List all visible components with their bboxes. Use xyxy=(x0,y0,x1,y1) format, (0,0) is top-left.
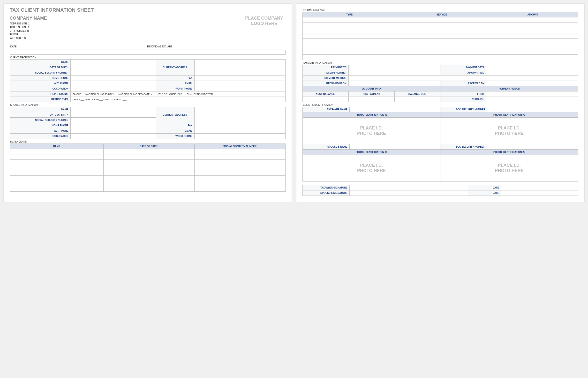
client-refund-options[interactable]: CHECK___ DEBIT CARD___ DIRECT DEPOSIT___ xyxy=(70,96,285,102)
income-cell[interactable] xyxy=(396,33,487,39)
income-cell[interactable] xyxy=(396,28,487,33)
taxpayer-ssn-input[interactable] xyxy=(487,107,578,112)
dep-cell[interactable] xyxy=(195,181,285,186)
spouse-alt-input[interactable] xyxy=(70,128,156,133)
spouse-sig-date-input[interactable] xyxy=(501,190,578,196)
dep-cell[interactable] xyxy=(104,170,195,176)
dep-cell[interactable] xyxy=(195,176,285,181)
income-cell[interactable] xyxy=(303,44,396,49)
dep-cell[interactable] xyxy=(195,165,285,170)
period-from-input[interactable] xyxy=(486,92,578,97)
taxpayer-photo1-placeholder[interactable]: PLACE I.D.PHOTO HERE xyxy=(303,118,441,144)
date-label: DATE xyxy=(10,45,144,48)
client-home-input[interactable] xyxy=(70,75,156,81)
income-cell[interactable] xyxy=(303,49,396,55)
income-cell[interactable] xyxy=(487,39,578,44)
income-cell[interactable] xyxy=(487,44,578,49)
dep-cell[interactable] xyxy=(104,149,195,154)
income-cell[interactable] xyxy=(396,39,487,44)
dep-cell[interactable] xyxy=(10,165,104,170)
dep-cell[interactable] xyxy=(10,186,104,191)
spouse-photo2-placeholder[interactable]: PLACE I.D.PHOTO HERE xyxy=(441,155,578,181)
this-payment-input[interactable] xyxy=(348,97,394,102)
income-cell[interactable] xyxy=(487,23,578,28)
client-occ-input[interactable] xyxy=(70,86,156,91)
dep-cell[interactable] xyxy=(10,176,104,181)
dep-cell[interactable] xyxy=(195,160,285,165)
client-work-input[interactable] xyxy=(195,86,285,91)
income-cell[interactable] xyxy=(487,17,578,23)
dep-cell[interactable] xyxy=(104,181,195,186)
client-alt-input[interactable] xyxy=(70,81,156,86)
income-cell[interactable] xyxy=(396,49,487,55)
balance-due-input[interactable] xyxy=(394,97,441,102)
dep-cell[interactable] xyxy=(10,160,104,165)
income-cell[interactable] xyxy=(396,44,487,49)
payment-method-input[interactable] xyxy=(348,76,578,81)
spouse-email-input[interactable] xyxy=(195,128,285,133)
taxpayer-photo2-placeholder[interactable]: PLACE I.D.PHOTO HERE xyxy=(441,118,578,144)
income-cell[interactable] xyxy=(487,55,578,60)
spouse-id-name-input[interactable] xyxy=(349,144,441,149)
company-web: WEB ADDRESS xyxy=(10,36,47,40)
receipt-input[interactable] xyxy=(348,70,441,76)
dep-cell[interactable] xyxy=(195,186,285,191)
income-cell[interactable] xyxy=(303,23,396,28)
spouse-photo1-placeholder[interactable]: PLACE I.D.PHOTO HERE xyxy=(303,155,441,181)
income-cell[interactable] xyxy=(487,33,578,39)
income-cell[interactable] xyxy=(396,23,487,28)
income-cell[interactable] xyxy=(487,28,578,33)
dep-cell[interactable] xyxy=(104,176,195,181)
spouse-id-ssn-input[interactable] xyxy=(487,144,578,149)
received-by-input[interactable] xyxy=(486,81,578,86)
client-ssn-input[interactable] xyxy=(70,70,156,75)
taxpayer-name-input[interactable] xyxy=(349,107,441,112)
dep-cell[interactable] xyxy=(10,149,104,154)
dep-cell[interactable] xyxy=(104,160,195,165)
income-cell[interactable] xyxy=(396,17,487,23)
income-cell[interactable] xyxy=(303,28,396,33)
client-fax-input[interactable] xyxy=(195,75,285,81)
client-curaddr-input[interactable] xyxy=(195,59,285,75)
spouse-curaddr-input[interactable] xyxy=(195,107,285,123)
income-cell[interactable] xyxy=(303,33,396,39)
taxpayer-sig-input[interactable] xyxy=(349,185,468,190)
received-from-input[interactable] xyxy=(348,81,441,86)
period-through-input[interactable] xyxy=(486,97,578,102)
dep-cell[interactable] xyxy=(195,170,285,176)
spouse-dob-input[interactable] xyxy=(70,112,156,117)
spouse-occ-input[interactable] xyxy=(70,133,156,139)
dep-cell[interactable] xyxy=(10,154,104,160)
income-cell[interactable] xyxy=(303,39,396,44)
associate-input[interactable] xyxy=(145,50,285,54)
payment-date-input[interactable] xyxy=(486,65,578,70)
income-cell[interactable] xyxy=(303,17,396,23)
dep-cell[interactable] xyxy=(10,181,104,186)
spouse-home-input[interactable] xyxy=(70,123,156,128)
income-cell[interactable] xyxy=(396,55,487,60)
spouse-work-input[interactable] xyxy=(195,133,285,139)
dependent-row xyxy=(10,186,285,191)
spouse-ssn-input[interactable] xyxy=(70,117,156,123)
dep-cell[interactable] xyxy=(104,165,195,170)
taxpayer-sig-date-input[interactable] xyxy=(501,185,578,190)
client-email-input[interactable] xyxy=(195,81,285,86)
amount-paid-input[interactable] xyxy=(486,70,578,76)
client-dob-input[interactable] xyxy=(70,65,156,70)
dep-cell[interactable] xyxy=(104,186,195,191)
spouse-fax-input[interactable] xyxy=(195,123,285,128)
dep-cell[interactable] xyxy=(195,154,285,160)
dep-cell[interactable] xyxy=(195,149,285,154)
spouse-name-input[interactable] xyxy=(70,107,156,112)
payment-to-input[interactable] xyxy=(348,65,441,70)
signature-table: TAXPAYER SIGNATURE DATE SPOUSE'S SIGNATU… xyxy=(303,185,578,196)
date-input[interactable] xyxy=(10,50,145,54)
spouse-sig-input[interactable] xyxy=(349,190,468,196)
acct-balance-input[interactable] xyxy=(303,97,349,102)
income-cell[interactable] xyxy=(303,55,396,60)
dep-cell[interactable] xyxy=(104,154,195,160)
income-cell[interactable] xyxy=(487,49,578,55)
dep-cell[interactable] xyxy=(10,170,104,176)
client-filing-options[interactable]: SINGLE___ MARRIED FILING JOINTLY___ MARR… xyxy=(70,91,285,96)
client-name-input[interactable] xyxy=(70,59,156,65)
